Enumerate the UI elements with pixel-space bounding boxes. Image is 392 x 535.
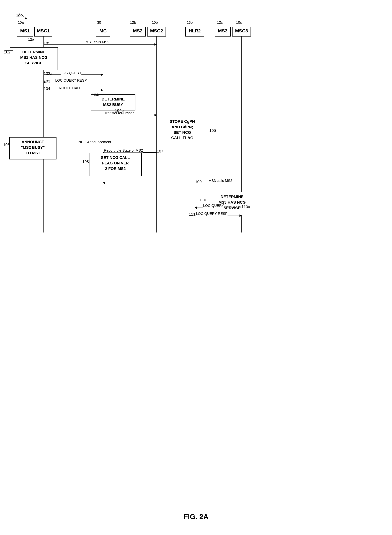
label-loc-query-resp-2: LOC QUERY RESP [196, 212, 228, 216]
entity-ms3: MS3 [215, 27, 231, 37]
pb-announce-ms2-busy: ANNOUNCE"MS2 BUSY"TO MS1 [9, 137, 56, 159]
label-route-call: ROUTE CALL [59, 86, 81, 90]
svg-line-0 [20, 13, 27, 19]
ref-104: 104 [44, 86, 50, 91]
label-loc-query-2: LOC QUERY [203, 204, 224, 208]
entity-ms1: MS1 [17, 27, 33, 37]
ref-109: 109 [195, 180, 202, 184]
grp-10c: 10c [236, 20, 242, 25]
ref-110a: 110a [241, 205, 250, 209]
entity-msc3: MSC3 [232, 27, 251, 37]
figure-label: FIG. 2A [0, 513, 392, 521]
ref-12a: 12a [28, 37, 34, 42]
ref-106: 106 [3, 143, 10, 147]
label-loc-query-1: LOC QUERY [61, 71, 81, 75]
grp-16b: 16b [187, 20, 193, 25]
entity-mc: MC [96, 27, 110, 37]
ref-111: 111 [189, 212, 196, 217]
entity-msc2: MSC2 [147, 27, 166, 37]
vline-mc [103, 37, 103, 233]
ref-107: 107 [157, 149, 163, 154]
label-ms3-calls-ms2: MS3 calls MS2 [209, 179, 232, 183]
diagram: 100 10a 30 12b 10b 16b 12c 10c MS1 MSC1 … [0, 0, 392, 535]
ref-110: 110 [200, 198, 206, 202]
pb-determine-ms1-ncg: DETERMINEMS1 HAS NCGSERVICE [10, 47, 58, 70]
entity-msc1: MSC1 [34, 27, 52, 37]
label-loc-query-resp-1: LOC QUERY RESP [55, 78, 87, 83]
pb-store-cgpn: STORE CgPNAND CdPN;SET NCGCALL FLAG [156, 117, 208, 147]
ref-101: 101 [44, 41, 50, 46]
pb-set-ncg-vlr: SET NCG CALLFLAG ON VLR2 FOR MS2 [89, 153, 142, 176]
grp-30: 30 [97, 20, 101, 25]
ref-104a: 104a [92, 93, 101, 97]
label-ms1-calls-ms2: MS1 calls MS2 [85, 40, 109, 44]
ref-104b: 104b [115, 108, 124, 113]
label-report-idle: Report Idle State of MS2 [104, 149, 143, 153]
label-ncg-announcement: NCG Announcement [78, 140, 111, 144]
ref-108: 108 [82, 159, 89, 164]
entity-hlr2: HLR2 [185, 27, 204, 37]
ref-103: 103 [44, 79, 50, 84]
grp-10b: 10b [152, 20, 158, 25]
entity-ms2: MS2 [130, 27, 146, 37]
msg-ms1-calls-ms2 [43, 44, 156, 45]
ref-102a: 102a [44, 71, 52, 76]
